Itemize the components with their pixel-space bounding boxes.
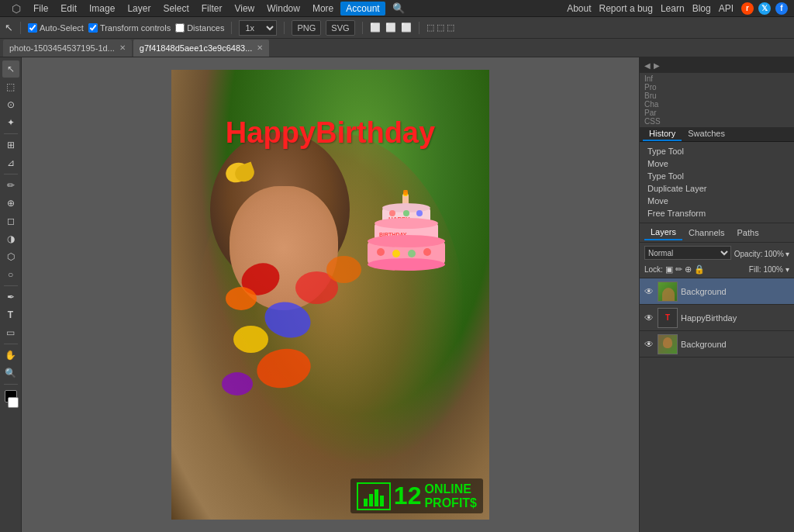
history-item-4[interactable]: Move <box>643 195 791 207</box>
auto-select-option[interactable]: Auto-Select <box>28 23 84 33</box>
layers-tab[interactable]: Layers <box>644 225 682 240</box>
svg-point-17 <box>423 248 431 256</box>
panel-arrow-right[interactable]: ▶ <box>654 61 660 70</box>
menu-window[interactable]: Window <box>261 2 306 16</box>
menu-select[interactable]: Select <box>157 2 194 16</box>
transform-controls-checkbox[interactable] <box>88 23 98 33</box>
history-item-5[interactable]: Free Transform <box>643 207 791 219</box>
menu-edit[interactable]: Edit <box>55 2 82 16</box>
distances-option[interactable]: Distances <box>175 23 224 33</box>
svg-button[interactable]: SVG <box>326 20 354 36</box>
fill-value: 100% <box>763 265 783 274</box>
tool-text[interactable]: T <box>2 306 19 323</box>
transform-controls-option[interactable]: Transform controls <box>88 23 171 33</box>
panel-arrow-left[interactable]: ◀ <box>644 61 651 70</box>
tool-dodge[interactable]: ○ <box>2 266 19 283</box>
menu-image[interactable]: Image <box>84 2 120 16</box>
layer-name-background-top: Background <box>681 287 790 296</box>
layer-thumb-2: T <box>658 308 678 328</box>
paths-tab[interactable]: Paths <box>731 226 765 240</box>
fill-arrow[interactable]: ▾ <box>785 265 789 274</box>
layer-eye-1[interactable]: 👁 <box>644 286 654 297</box>
tool-wand[interactable]: ✦ <box>2 114 19 131</box>
swatches-tab[interactable]: Swatches <box>682 127 731 141</box>
menu-item-app-icon[interactable]: ⬡ <box>6 1 26 16</box>
tool-background-color[interactable] <box>8 397 19 408</box>
layer-row-background-top[interactable]: 👁 Background <box>640 278 794 305</box>
tool-crop[interactable]: ⊞ <box>2 136 19 154</box>
twitter-icon[interactable]: 𝕏 <box>758 2 771 15</box>
layers-controls: Normal Multiply Screen Overlay Opacity: … <box>640 243 794 278</box>
tab-photo-close[interactable]: ✕ <box>119 43 126 52</box>
history-item-3[interactable]: Duplicate Layer <box>643 182 791 195</box>
tab-photo-label: photo-1503454537195-1d... <box>9 43 115 53</box>
history-item-0[interactable]: Type Tool <box>643 145 791 157</box>
tab-file[interactable]: g7f41848d5aee1c3e9c6483... ✕ <box>133 40 270 57</box>
tab-file-close[interactable]: ✕ <box>257 43 263 52</box>
tool-blur[interactable]: ⬡ <box>2 248 19 265</box>
opacity-value: 100% <box>764 250 784 258</box>
distances-checkbox[interactable] <box>175 23 185 33</box>
menu-filter[interactable]: Filter <box>196 2 228 16</box>
png-button[interactable]: PNG <box>292 20 321 36</box>
tool-eyedrop[interactable]: ⊿ <box>2 154 19 171</box>
tool-gradient[interactable]: ◑ <box>2 230 19 247</box>
tool-pen[interactable]: ✒ <box>2 288 19 306</box>
tool-brush[interactable]: ✏ <box>2 177 19 194</box>
canvas-image[interactable]: HAPPY BIRTHDAY <box>171 70 489 520</box>
align-left-icon[interactable]: ⬜ <box>370 22 381 33</box>
opacity-arrow[interactable]: ▾ <box>785 250 789 258</box>
lock-label: Lock: <box>644 265 663 274</box>
facebook-icon[interactable]: f <box>775 2 788 15</box>
canvas-text[interactable]: HappyBirthday <box>226 116 435 150</box>
tool-shape[interactable]: ▭ <box>2 324 19 341</box>
layer-row-happybirthday[interactable]: 👁 T HappyBirthday <box>640 305 794 331</box>
layer-eye-3[interactable]: 👁 <box>644 339 654 350</box>
history-panel: Type Tool Move Type Tool Duplicate Layer… <box>640 142 794 223</box>
menu-account[interactable]: Account <box>340 2 385 16</box>
tab-bar: photo-1503454537195-1d... ✕ g7f41848d5ae… <box>0 39 794 57</box>
menu-report-bug[interactable]: Report a bug <box>599 3 653 14</box>
tool-move[interactable]: ↖ <box>2 60 19 78</box>
menu-right: About Report a bug Learn Blog API r 𝕏 f <box>567 2 788 15</box>
tool-sep-2 <box>4 174 18 174</box>
blend-mode-select[interactable]: Normal Multiply Screen Overlay <box>644 246 731 260</box>
channels-tab[interactable]: Channels <box>682 226 730 240</box>
align-right-icon[interactable]: ⬜ <box>401 22 412 33</box>
menu-file[interactable]: File <box>28 2 54 16</box>
layer-row-background-bottom[interactable]: 👁 Background <box>640 331 794 358</box>
lock-row: Lock: ▣ ✏ ⊕ 🔒 Fill: 100% ▾ <box>644 264 789 275</box>
main-layout: ↖ ⬚ ⊙ ✦ ⊞ ⊿ ✏ ⊕ ◻ ◑ ⬡ ○ ✒ T ▭ ✋ 🔍 <box>0 57 794 532</box>
menu-view[interactable]: View <box>229 2 260 16</box>
history-tab[interactable]: History <box>643 127 682 141</box>
menu-api[interactable]: API <box>719 3 734 14</box>
tool-clone[interactable]: ⊕ <box>2 195 19 212</box>
auto-select-checkbox[interactable] <box>28 23 37 33</box>
canvas-area[interactable]: HAPPY BIRTHDAY <box>22 57 639 532</box>
lock-position-icon[interactable]: ⊕ <box>685 264 692 275</box>
menu-about[interactable]: About <box>567 3 591 14</box>
menu-layer[interactable]: Layer <box>122 2 156 16</box>
layer-eye-2[interactable]: 👁 <box>644 313 654 323</box>
zoom-select[interactable]: 1x 2x 0.5x <box>239 20 277 36</box>
tool-hand[interactable]: ✋ <box>2 347 19 364</box>
reddit-icon[interactable]: r <box>741 2 754 15</box>
lock-all-icon[interactable]: 🔒 <box>694 264 705 275</box>
menu-blog[interactable]: Blog <box>692 3 711 14</box>
tool-marquee[interactable]: ⬚ <box>2 78 19 95</box>
tool-lasso[interactable]: ⊙ <box>2 96 19 113</box>
history-item-1[interactable]: Move <box>643 157 791 170</box>
menu-learn[interactable]: Learn <box>661 3 685 14</box>
svg-point-15 <box>392 250 400 257</box>
toolbar-divider-4 <box>362 22 363 34</box>
lock-transparency-icon[interactable]: ▣ <box>665 264 673 275</box>
tab-photo[interactable]: photo-1503454537195-1d... ✕ <box>3 40 132 57</box>
menu-more[interactable]: More <box>307 2 339 16</box>
align-center-icon[interactable]: ⬜ <box>385 22 396 33</box>
menu-search-icon[interactable]: 🔍 <box>387 1 410 16</box>
lock-paint-icon[interactable]: ✏ <box>675 264 682 275</box>
tool-zoom[interactable]: 🔍 <box>2 364 19 382</box>
history-item-2[interactable]: Type Tool <box>643 170 791 182</box>
blend-mode-row: Normal Multiply Screen Overlay Opacity: … <box>644 246 789 262</box>
tool-eraser[interactable]: ◻ <box>2 212 19 230</box>
